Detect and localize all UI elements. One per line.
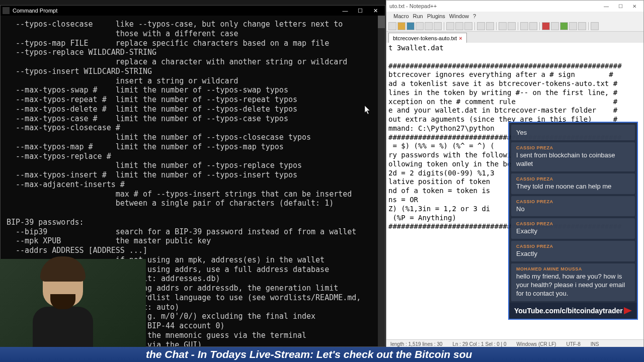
status-length: length : 1,519 lines : 30: [390, 341, 442, 347]
status-position: Ln : 29 Col : 1 Sel : 0 | 0: [452, 341, 506, 347]
toolbar-icon[interactable]: [591, 22, 599, 30]
cmd-window-controls: — ☐ ✕: [338, 6, 383, 16]
npp-minimize-button[interactable]: —: [600, 2, 612, 10]
chat-footer: YouTube.com/c/bitcoindaytrader: [509, 303, 637, 319]
chat-message: CASSIO PREZA No: [511, 196, 635, 217]
chat-text: Exaclty: [516, 227, 630, 236]
npp-menubar: Macro Run Plugins Window ?: [386, 12, 643, 21]
close-button[interactable]: ✕: [368, 6, 383, 16]
playback-icon[interactable]: [569, 22, 577, 30]
chat-author: CASSIO PREZA: [516, 145, 630, 150]
chat-text: hello my friend, how are you? how is you…: [516, 273, 630, 298]
chat-text: No: [516, 205, 630, 214]
new-file-icon[interactable]: [388, 22, 396, 30]
webcam-person: [30, 261, 96, 347]
chat-message: CASSIO PREZA Exaclty: [511, 218, 635, 239]
chat-message: CASSIO PREZA They told me noone can help…: [511, 173, 635, 194]
menu-macro[interactable]: Macro: [393, 13, 409, 19]
menu-plugins[interactable]: Plugins: [427, 13, 445, 19]
chat-author: CASSIO PREZA: [516, 244, 630, 249]
chat-author: CASSIO PREZA: [516, 199, 630, 204]
npp-titlebar[interactable]: uto.txt - Notepad++ — ☐ ✕: [386, 1, 643, 12]
npp-maximize-button[interactable]: ☐: [614, 2, 626, 10]
chat-text: They told me noone can help me: [516, 183, 630, 191]
status-mode: INS: [591, 341, 599, 347]
copy-icon[interactable]: [455, 22, 463, 30]
close-file-icon[interactable]: [425, 22, 433, 30]
minimize-button[interactable]: —: [338, 6, 353, 16]
chat-text: Exactly: [516, 250, 630, 258]
chat-author: CASSIO PREZA: [516, 176, 630, 182]
npp-tabbar: btcrecover-tokens-auto.txt ×: [386, 32, 643, 43]
record-macro-icon[interactable]: [542, 22, 550, 30]
play-macro-icon[interactable]: [560, 22, 568, 30]
zoom-in-icon[interactable]: [520, 22, 528, 30]
youtube-link[interactable]: YouTube.com/c/bitcoindaytrader: [514, 307, 623, 315]
webcam-feed: [0, 259, 146, 347]
npp-close-button[interactable]: ✕: [628, 2, 640, 10]
chat-message: CASSIO PREZA Exactly: [511, 241, 635, 261]
mouse-cursor-icon: [365, 106, 371, 115]
chat-text: I sent from blockchain to coinbase walle…: [516, 151, 630, 168]
menu-run[interactable]: Run: [413, 13, 423, 19]
chat-author: CASSIO PREZA: [516, 221, 630, 226]
ticker-text: the Chat - In Todays Live-Stream: Let's …: [146, 348, 472, 360]
find-icon[interactable]: [499, 22, 507, 30]
cmd-scroll-thumb[interactable]: [378, 16, 385, 28]
cmd-titlebar[interactable]: Command Prompt — ☐ ✕: [1, 6, 385, 16]
undo-icon[interactable]: [477, 22, 485, 30]
replace-icon[interactable]: [508, 22, 516, 30]
npp-title: uto.txt - Notepad++: [389, 3, 600, 9]
cmd-scrollbar[interactable]: [378, 16, 385, 346]
status-charset: UTF-8: [566, 341, 580, 347]
chat-message: CASSIO PREZA I sent from blockchain to c…: [511, 142, 635, 171]
chat-message: Yes: [511, 125, 635, 140]
paste-icon[interactable]: [464, 22, 472, 30]
cmd-icon: [3, 7, 10, 14]
chat-message: MOHAMED AMINE MOUSSA hello my friend, ho…: [511, 263, 635, 301]
stop-macro-icon[interactable]: [551, 22, 559, 30]
status-encoding: Windows (CR LF): [517, 341, 556, 347]
menu-help[interactable]: ?: [473, 13, 476, 19]
cmd-title: Command Prompt: [13, 8, 338, 14]
chat-text: Yes: [516, 129, 630, 137]
cut-icon[interactable]: [446, 22, 454, 30]
file-tab[interactable]: btcrecover-tokens-auto.txt ×: [388, 33, 467, 43]
save-macro-icon[interactable]: [578, 22, 586, 30]
news-ticker: the Chat - In Todays Live-Stream: Let's …: [0, 347, 644, 362]
print-icon[interactable]: [434, 22, 442, 30]
maximize-button[interactable]: ☐: [353, 6, 368, 16]
zoom-out-icon[interactable]: [529, 22, 537, 30]
chat-author: MOHAMED AMINE MOUSSA: [516, 266, 630, 272]
tab-close-icon[interactable]: ×: [459, 35, 462, 41]
tab-label: btcrecover-tokens-auto.txt: [393, 35, 457, 41]
save-all-icon[interactable]: [416, 22, 424, 30]
npp-toolbar: [386, 21, 643, 32]
arrow-right-icon: [624, 307, 632, 314]
menu-window[interactable]: Window: [449, 13, 469, 19]
save-icon[interactable]: [407, 22, 415, 30]
redo-icon[interactable]: [486, 22, 494, 30]
open-file-icon[interactable]: [397, 22, 406, 30]
chat-overlay: Yes CASSIO PREZA I sent from blockchain …: [508, 122, 638, 320]
